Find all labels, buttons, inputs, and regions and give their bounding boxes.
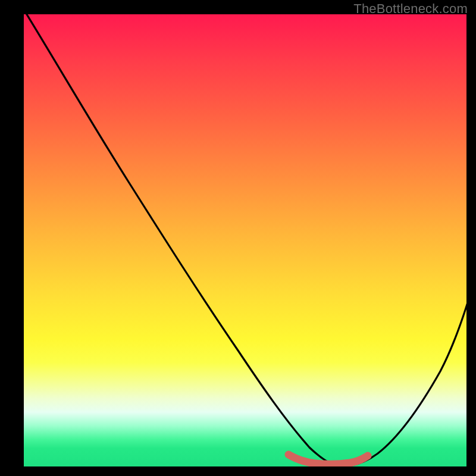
accent-bottom [289, 455, 368, 464]
plot-area [24, 14, 466, 466]
chart-frame: TheBottleneck.com [0, 0, 476, 476]
chart-svg [24, 14, 466, 466]
curve-right [339, 299, 466, 466]
curve-left [24, 14, 339, 466]
